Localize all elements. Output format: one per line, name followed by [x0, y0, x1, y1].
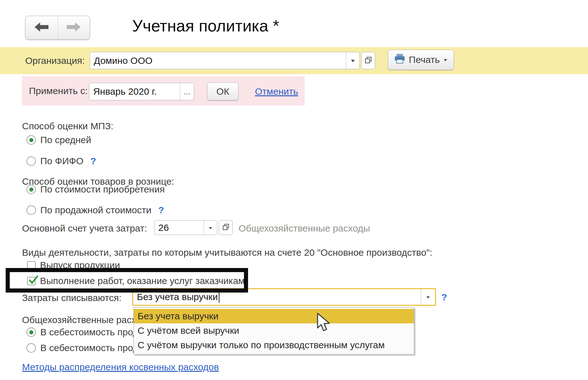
organization-open-button[interactable] [361, 52, 375, 69]
retail-help-icon[interactable]: ? [158, 205, 164, 215]
indirect-costs-methods-link[interactable]: Методы распределения косвенных расходов [22, 362, 219, 372]
organization-dropdown-button[interactable] [346, 52, 359, 69]
radio-retail-acquisition-label: По стоимости приобретения [40, 184, 165, 195]
apply-from-label: Применить с: [29, 86, 88, 96]
mpz-section-title: Способ оценки МПЗ: [22, 121, 113, 131]
radio-mpz-average[interactable] [26, 135, 36, 145]
writeoff-help-icon[interactable]: ? [441, 292, 447, 303]
radio-overhead-cost-of-sales[interactable] [26, 327, 36, 337]
open-form-icon [364, 56, 372, 65]
radio-mpz-fifo-label: По ФИФО [40, 156, 83, 166]
cost-account-value[interactable]: 26 [155, 221, 204, 235]
chevron-down-icon [351, 60, 355, 64]
cost-account-label: Основной счет учета затрат: [22, 223, 147, 234]
apply-date-value[interactable]: Январь 2020 г. [89, 83, 180, 100]
writeoff-dropdown-list: Без учета выручки С учётом всей выручки … [133, 307, 414, 355]
dropdown-option-no-revenue[interactable]: Без учета выручки [134, 309, 414, 323]
organization-value[interactable]: Домино ООО [90, 52, 346, 69]
checkbox-works-services[interactable] [27, 277, 36, 285]
dropdown-option-production-revenue[interactable]: С учётом выручки только по производствен… [134, 338, 414, 352]
ok-button[interactable]: ОК [207, 82, 239, 100]
chevron-down-icon [427, 296, 430, 300]
radio-mpz-fifo[interactable] [26, 156, 36, 166]
cost-account-open-button[interactable] [219, 220, 233, 235]
radio-mpz-average-label: По средней [40, 135, 91, 145]
cancel-link[interactable]: Отменить [255, 86, 298, 97]
mouse-cursor-icon [316, 312, 331, 333]
ellipsis-icon: ... [184, 87, 190, 97]
cost-account-dropdown-button[interactable] [204, 221, 217, 235]
chevron-down-icon [444, 59, 447, 63]
open-form-icon [222, 223, 230, 232]
radio-retail-sales-price[interactable] [26, 205, 36, 215]
radio-retail-acquisition[interactable] [26, 185, 36, 194]
apply-date-field[interactable]: Январь 2020 г. ... [89, 83, 194, 100]
print-button[interactable]: Печать [388, 50, 454, 70]
radio-overhead-cost-of-production[interactable] [26, 343, 36, 353]
back-arrow-icon [35, 22, 48, 33]
organization-field[interactable]: Домино ООО [90, 52, 360, 69]
chevron-down-icon [209, 227, 212, 231]
radio-retail-sales-price-label: По продажной стоимости [40, 205, 151, 215]
text-caret [219, 291, 219, 303]
apply-date-picker-button[interactable]: ... [180, 83, 194, 100]
activities-section-title: Виды деятельности, затраты по которым уч… [22, 247, 432, 258]
cost-account-description: Общехозяйственные расходы [239, 223, 370, 234]
print-button-label: Печать [409, 54, 440, 65]
checkmark-icon [28, 275, 39, 286]
dropdown-option-all-revenue[interactable]: С учётом всей выручки [134, 323, 414, 338]
history-nav-group [25, 16, 90, 40]
page-title: Учетная политика * [132, 16, 279, 35]
forward-button[interactable] [58, 16, 90, 39]
back-button[interactable] [25, 16, 58, 39]
checkbox-works-services-label: Выполнение работ, оказание услуг заказчи… [40, 276, 245, 286]
mpz-help-icon[interactable]: ? [90, 156, 96, 166]
forward-arrow-icon [67, 22, 81, 33]
printer-icon [394, 54, 405, 66]
writeoff-label: Затраты списываются: [22, 293, 122, 303]
ok-button-label: ОК [217, 86, 229, 97]
cost-account-field[interactable]: 26 [154, 220, 217, 235]
organization-label: Организация: [25, 55, 85, 66]
writeoff-dropdown-button[interactable] [421, 289, 435, 305]
